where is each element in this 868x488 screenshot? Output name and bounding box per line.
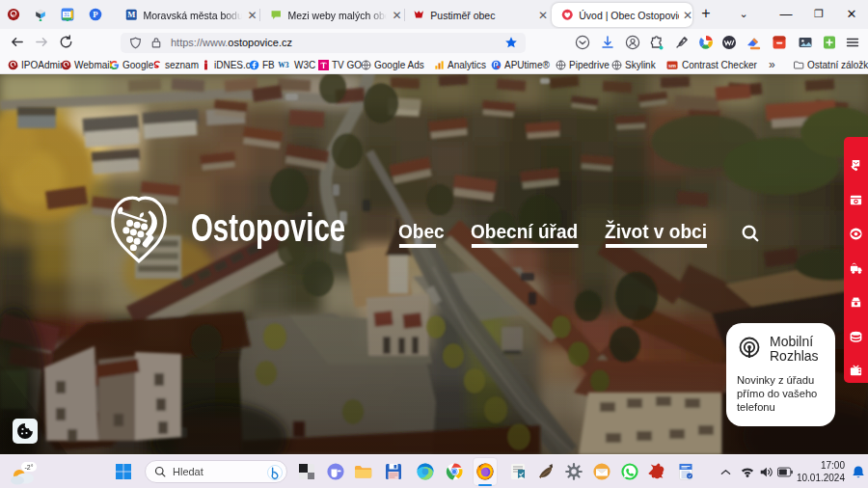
svg-text:31: 31: [64, 12, 69, 17]
svg-text:W3: W3: [278, 61, 289, 69]
svg-text:-2°: -2°: [24, 464, 33, 471]
svg-text:P: P: [93, 10, 98, 19]
svg-text:ipo: ipo: [12, 14, 16, 17]
svg-text:M: M: [127, 11, 135, 20]
svg-text:sm: sm: [668, 62, 676, 68]
